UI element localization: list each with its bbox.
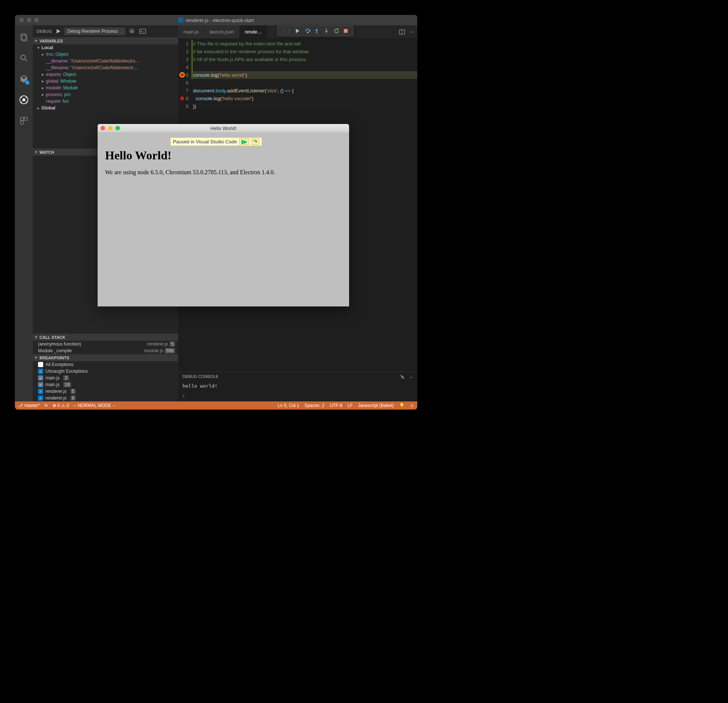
traffic-lights xyxy=(19,18,39,22)
language-mode[interactable]: Javascript (Babel) xyxy=(358,403,394,408)
vscode-window: renderer.js - electron-quick-start 4 xyxy=(15,15,417,410)
electron-app-body[interactable]: Paused in Visual Studio Code ▮▶ ↷ Hello … xyxy=(98,132,349,306)
app-version-text: We are using node 6.5.0, Chromium 53.0.2… xyxy=(105,169,342,176)
bp-item[interactable]: ✓renderer.js8 xyxy=(33,395,178,401)
tab-bar: main.js launch.json rende… ⋮⋮ ··· xyxy=(178,25,417,38)
debug-toolbar[interactable]: ⋮⋮ xyxy=(277,25,354,36)
feedback-icon[interactable]: ☺ xyxy=(410,403,414,408)
indentation[interactable]: Spaces: 2 xyxy=(304,403,324,408)
titlebar[interactable]: renderer.js - electron-quick-start xyxy=(15,15,417,25)
global-scope[interactable]: ▸ Global xyxy=(33,105,178,111)
electron-window-title: Hello World! xyxy=(98,125,349,131)
breakpoint-icon[interactable] xyxy=(180,96,184,100)
step-into-icon[interactable] xyxy=(314,28,320,34)
stop-icon[interactable] xyxy=(344,29,349,33)
bp-uncaught[interactable]: ✓Uncaught Exceptions xyxy=(33,368,178,375)
svg-rect-8 xyxy=(20,121,23,124)
drag-handle-icon[interactable]: ⋮⋮ xyxy=(281,28,291,35)
bp-all-exceptions[interactable]: All Exceptions xyxy=(33,361,178,368)
debug-console-title: DEBUG CONSOLE xyxy=(183,374,218,379)
minimize-icon[interactable] xyxy=(27,18,31,22)
restart-icon[interactable] xyxy=(334,28,340,34)
scm-icon[interactable]: 4 xyxy=(15,70,33,88)
start-debug-icon[interactable] xyxy=(55,28,61,34)
checkbox-icon[interactable]: ✓ xyxy=(38,382,43,387)
variables-header[interactable]: ▾VARIABLES xyxy=(33,37,178,44)
chevron-down-icon[interactable]: ⌄ xyxy=(409,374,413,379)
cursor-position[interactable]: Ln 5, Col 1 xyxy=(278,403,299,408)
vim-mode: -- NORMAL MODE -- xyxy=(73,403,115,408)
lightbulb-icon[interactable]: 💡 xyxy=(399,403,405,408)
more-icon[interactable]: ··· xyxy=(409,29,414,35)
var-require[interactable]: require: fun xyxy=(33,98,178,105)
var-exports[interactable]: ▸ exports: Object xyxy=(33,71,178,78)
checkbox-icon[interactable] xyxy=(38,362,43,367)
maximize-icon[interactable] xyxy=(115,126,120,130)
callstack-header[interactable]: ▾CALL STACK xyxy=(33,334,178,341)
local-scope[interactable]: ▾ Local xyxy=(33,44,178,51)
maximize-icon[interactable] xyxy=(34,18,39,22)
checkbox-icon[interactable]: ✓ xyxy=(38,389,43,394)
var-filename[interactable]: __filename: "/Users/octref/Code/fiddle/e… xyxy=(33,64,178,71)
bp-item[interactable]: ✓main.js16 xyxy=(33,381,178,388)
bp-item[interactable]: ✓main.js3 xyxy=(33,375,178,381)
split-editor-icon[interactable] xyxy=(399,29,405,35)
svg-point-9 xyxy=(131,31,133,32)
var-process[interactable]: ▸ process: pro xyxy=(33,91,178,98)
electron-app-window[interactable]: Hello World! Paused in Visual Studio Cod… xyxy=(98,124,349,306)
console-icon[interactable] xyxy=(139,28,147,35)
branch-indicator[interactable]: ⎇ master* xyxy=(18,403,40,408)
electron-titlebar[interactable]: Hello World! xyxy=(98,124,349,132)
step-over-icon[interactable] xyxy=(305,28,311,34)
svg-point-5 xyxy=(23,99,25,101)
var-dirname[interactable]: __dirname: "/Users/octref/Code/fiddle/el… xyxy=(33,58,178,64)
step-out-icon[interactable] xyxy=(324,28,330,34)
svg-point-12 xyxy=(316,32,317,34)
tab-main-js[interactable]: main.js xyxy=(178,25,204,38)
step-over-icon[interactable]: ↷ xyxy=(251,139,259,145)
svg-rect-14 xyxy=(344,29,348,33)
gear-icon[interactable] xyxy=(128,28,136,35)
continue-icon[interactable]: ▮▶ xyxy=(239,139,249,145)
debug-config-select[interactable]: Debug Renderer Process xyxy=(64,28,125,35)
callstack-row[interactable]: Module._compile module.js556 xyxy=(33,347,178,354)
encoding[interactable]: UTF-8 xyxy=(330,403,342,408)
var-global[interactable]: ▸ global: Window xyxy=(33,78,178,85)
var-this[interactable]: ▸ this: Object xyxy=(33,51,178,58)
explorer-icon[interactable] xyxy=(15,28,33,46)
window-title: renderer.js - electron-quick-start xyxy=(15,18,417,23)
svg-point-11 xyxy=(307,32,308,33)
tab-renderer-js[interactable]: rende… xyxy=(240,25,268,38)
debug-header: DEBUG Debug Renderer Process xyxy=(33,25,178,37)
problems-indicator[interactable]: ⊗ 0 ⚠ 0 xyxy=(53,403,69,408)
breakpoint-current-icon[interactable] xyxy=(180,73,184,77)
svg-line-3 xyxy=(25,59,27,61)
clear-console-icon[interactable] xyxy=(400,374,405,379)
eol[interactable]: LF xyxy=(348,403,353,408)
svg-point-13 xyxy=(326,29,327,30)
close-icon[interactable] xyxy=(19,18,24,22)
breakpoints-header[interactable]: ▾BREAKPOINTS xyxy=(33,354,178,361)
var-module[interactable]: ▸ module: Module xyxy=(33,85,178,91)
scm-badge: 4 xyxy=(25,80,30,85)
activity-bar: 4 xyxy=(15,25,33,401)
checkbox-icon[interactable]: ✓ xyxy=(38,395,43,401)
debug-icon[interactable] xyxy=(15,91,33,109)
status-bar: ⎇ master* ↻ ⊗ 0 ⚠ 0 -- NORMAL MODE -- Ln… xyxy=(15,401,417,410)
search-icon[interactable] xyxy=(15,49,33,67)
continue-icon[interactable] xyxy=(295,28,301,34)
debug-label: DEBUG xyxy=(37,29,52,34)
sync-icon[interactable]: ↻ xyxy=(44,403,48,408)
close-icon[interactable] xyxy=(101,126,105,130)
callstack-row[interactable]: (anonymous function) renderer.js5 xyxy=(33,341,178,347)
minimize-icon[interactable] xyxy=(108,126,113,130)
checkbox-icon[interactable]: ✓ xyxy=(38,369,43,374)
console-output: hello world! xyxy=(178,382,417,390)
code-editor[interactable]: 123456789 // This file is required by th… xyxy=(178,38,417,110)
extensions-icon[interactable] xyxy=(15,112,33,130)
bp-item[interactable]: ✓renderer.js5 xyxy=(33,388,178,395)
svg-rect-6 xyxy=(20,117,23,120)
tab-launch-json[interactable]: launch.json xyxy=(204,25,240,38)
checkbox-icon[interactable]: ✓ xyxy=(38,375,43,381)
console-prompt[interactable]: › xyxy=(178,390,417,401)
